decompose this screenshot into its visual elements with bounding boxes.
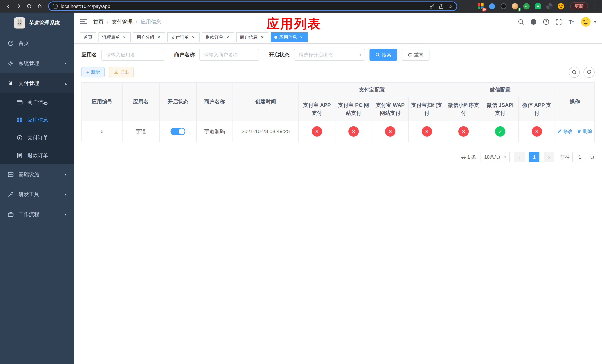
search-icon [572,70,577,75]
close-icon[interactable] [299,35,304,40]
tab-merchant-info[interactable]: 商户信息 [236,32,269,42]
search-button-label: 搜索 [382,52,391,58]
toggle-search-button[interactable] [569,67,580,78]
goto-page-input[interactable] [572,152,587,162]
extension-wechat-icon[interactable] [534,2,542,10]
chevron-down-icon[interactable] [594,20,596,24]
page-title-annotation: 应用列表 [267,16,321,32]
sidebar-item-refund-order[interactable]: 退款订单 [0,147,74,164]
search-button[interactable]: 搜索 [369,49,397,61]
col-app-name: 应用名 [122,82,159,121]
help-icon[interactable] [542,18,550,26]
browser-update-button[interactable]: 更新 [570,2,588,10]
tab-process-form[interactable]: 流程表单 [98,32,131,42]
extension-check-icon[interactable] [522,2,531,10]
extension-emoji-icon[interactable] [557,2,565,10]
sidebar-item-system[interactable]: 系统管理 [0,53,74,73]
cell-actions: 修改 删除 [555,121,594,142]
sidebar-item-label: 支付管理 [19,80,60,87]
chevron-down-icon [359,53,361,57]
breadcrumb: 首页 支付管理 应用信息 [93,18,161,25]
goto-suffix: 页 [590,154,595,160]
plus-icon [86,69,89,75]
home-icon[interactable] [35,1,44,11]
tab-label: 商户信息 [240,34,258,40]
add-button[interactable]: 新增 [81,67,105,77]
next-page-button[interactable] [544,152,554,162]
tab-pay-order[interactable]: 支付订单 [167,32,200,42]
extension-dark-icon[interactable] [499,2,508,10]
page-number-1[interactable]: 1 [529,152,539,162]
avatar[interactable] [580,16,591,27]
sidebar-item-pay-order[interactable]: 支付订单 [0,129,74,147]
close-icon[interactable] [191,35,196,40]
breadcrumb-home[interactable]: 首页 [93,18,112,25]
forward-icon[interactable] [14,1,24,11]
sidebar-item-infrastructure[interactable]: 基础设施 [0,164,74,184]
status-select[interactable]: 请选择开启状态 [294,49,365,61]
sidebar-item-app-info[interactable]: 应用信息 [0,111,74,129]
col-alipay-app: 支付宝 APP 支付 [299,97,335,121]
breadcrumb-payment[interactable]: 支付管理 [112,18,141,25]
sidebar-toggle-icon[interactable] [80,18,87,26]
delete-link[interactable]: 删除 [577,128,592,135]
cell-app-name: 芋道 [122,121,159,142]
sidebar-item-dev-tools[interactable]: 研发工具 [0,184,74,204]
edit-link[interactable]: 修改 [557,128,573,135]
extension-pinwheel-icon[interactable] [545,2,553,10]
sidebar-item-home[interactable]: 首页 [0,33,74,53]
reload-icon[interactable] [24,1,34,11]
export-button[interactable]: 导出 [109,67,134,77]
extension-avatar-icon[interactable]: 1 [511,2,519,10]
merchant-name-input[interactable] [199,49,259,61]
col-app-id: 应用编号 [82,82,122,121]
reset-button[interactable]: 重置 [402,49,430,61]
back-icon[interactable] [4,1,13,11]
sidebar-item-label: 系统管理 [19,60,60,67]
col-merchant: 商户名称 [196,82,233,121]
cell-alipay-wap: × [372,121,408,142]
close-icon[interactable] [259,35,265,40]
sidebar-item-merchant-info[interactable]: 商户信息 [0,93,74,111]
close-icon[interactable] [225,35,230,40]
payment-submenu: 商户信息 应用信息 支付订单 退款订单 [0,93,74,164]
page-size-select[interactable]: 10条/页 [481,152,510,162]
delete-link-label: 删除 [582,128,592,135]
document-icon [16,152,23,159]
cell-wechat-app: × [518,121,555,142]
app-logo-row[interactable]: 芋道管理系统 [0,13,74,33]
tab-app-info[interactable]: 应用信息 [271,32,308,42]
main-area: 首页 支付管理 应用信息 应用列表 首 [74,13,602,364]
briefcase-icon [7,212,14,217]
close-icon[interactable] [156,35,161,40]
address-bar[interactable]: localhost:1024/pay/app [48,1,457,11]
search-icon[interactable] [517,18,525,26]
tab-refund-order[interactable]: 退款订单 [202,32,234,42]
url-text[interactable]: localhost:1024/pay/app [61,3,426,9]
bookmark-star-icon[interactable] [448,3,453,10]
github-icon[interactable] [530,18,537,26]
download-icon [114,70,118,75]
sidebar-item-workflow[interactable]: 工作流程 [0,204,74,225]
app-name-input[interactable] [101,49,164,61]
fullscreen-icon[interactable] [555,18,562,26]
extensions-cluster: 10 1 [476,2,565,10]
status-toggle[interactable] [171,128,185,135]
extension-blue-icon[interactable] [488,2,496,10]
sidebar-item-label: 应用信息 [27,117,67,124]
sidebar-item-label: 商户信息 [27,99,67,106]
refresh-button[interactable] [583,67,595,78]
tab-home[interactable]: 首页 [80,32,96,42]
close-icon[interactable] [122,35,127,40]
font-size-icon[interactable] [568,18,575,26]
page-content: 应用名 商户名称 开启状态 请选择开启状态 搜索 重置 [74,44,602,162]
browser-toolbar: localhost:1024/pay/app 10 1 更新 [0,0,602,13]
sidebar-item-label: 工作流程 [19,211,60,218]
app-name-label: 应用名 [81,51,97,58]
prev-page-button[interactable] [514,152,525,162]
site-info-icon[interactable] [53,4,58,9]
tab-user-group[interactable]: 用户分组 [133,32,165,42]
sidebar-item-payment[interactable]: ¥ 支付管理 [0,73,74,93]
extension-grid-icon[interactable]: 10 [476,2,485,10]
browser-menu-icon[interactable] [592,2,598,10]
